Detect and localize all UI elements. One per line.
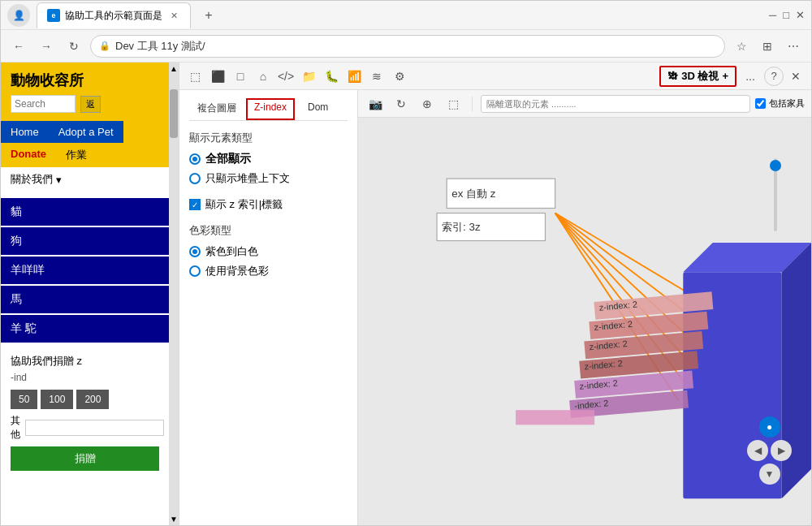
animal-item-sheep[interactable]: 羊咩咩 xyxy=(1,257,169,284)
checkbox-show-labels[interactable]: ✓ 顯示 z 索引|標籤 xyxy=(189,197,348,212)
devtools-right-panel: 📷 ↻ ⊕ ⬚ 包括家具 xyxy=(358,90,811,525)
navigation-controls: ● ◀ ▶ ▼ xyxy=(747,416,792,485)
refresh-btn[interactable]: ↻ xyxy=(63,35,85,58)
radio-group-display: 全部顯示 只顯示堆疊上下文 xyxy=(189,152,348,186)
zoom-indicator: ● xyxy=(759,416,780,438)
isolate-input[interactable] xyxy=(481,95,750,113)
dt-icon-settings2[interactable]: ≋ xyxy=(366,66,387,87)
layers-btn[interactable]: ⬚ xyxy=(443,93,464,114)
settings-btn[interactable]: ⋯ xyxy=(782,35,805,58)
animal-item-cat[interactable]: 貓 xyxy=(1,198,169,226)
refresh-view-btn[interactable]: ↻ xyxy=(391,93,412,114)
include-furniture-check[interactable]: 包括家具 xyxy=(755,97,805,110)
back-btn[interactable]: ← xyxy=(7,35,30,58)
tab-close-btn[interactable]: ✕ xyxy=(167,9,180,22)
3d-canvas-area[interactable]: ex 自動 z 索引: 3z z-index: 2 z-index: 2 z-i… xyxy=(358,118,811,525)
zoom-track xyxy=(774,158,777,231)
site-search: 返 xyxy=(11,95,159,113)
profile-icon[interactable]: 👤 xyxy=(7,4,30,27)
animal-item-dog[interactable]: 狗 xyxy=(1,227,169,255)
radio-stacking-label: 只顯示堆疊上下文 xyxy=(205,171,290,186)
radio-item-all[interactable]: 全部顯示 xyxy=(189,152,348,166)
animal-item-horse[interactable]: 馬 xyxy=(1,286,169,313)
nav-bar: ← → ↻ 🔒 Dev 工具 11y 測試/ ☆ ⊞ ⋯ xyxy=(1,30,811,63)
radio-bg-label: 使用背景色彩 xyxy=(205,264,269,278)
dt-icon-folder[interactable]: 📁 xyxy=(298,66,319,87)
dt-icon-clipboard[interactable]: ⚙ xyxy=(389,66,410,87)
other-label-text: 其他 xyxy=(11,414,20,442)
restore-btn[interactable]: □ xyxy=(783,9,789,21)
nav-right-buttons: ☆ ⊞ ⋯ xyxy=(730,35,805,58)
donate-amounts: 50 100 200 xyxy=(11,390,159,409)
donate-100-btn[interactable]: 100 xyxy=(41,390,73,409)
3d-visualization: ex 自動 z 索引: 3z z-index: 2 z-index: 2 z-i… xyxy=(358,118,811,525)
nav-adopt[interactable]: Adopt a Pet xyxy=(49,121,123,143)
donate-title: 協助我們捐贈 z xyxy=(11,354,159,369)
dt-icon-layers[interactable]: □ xyxy=(230,66,251,87)
pan-down-btn[interactable]: ▼ xyxy=(759,463,780,485)
furniture-label: 包括家具 xyxy=(769,97,805,110)
dt-icon-inspect[interactable]: ⬚ xyxy=(184,66,205,87)
favorites-btn[interactable]: ☆ xyxy=(730,35,753,58)
radio-item-purple[interactable]: 紫色到白色 xyxy=(189,244,348,259)
3d-icon: 🗱 xyxy=(667,70,678,82)
pan-left-btn[interactable]: ◀ xyxy=(747,440,768,461)
submit-donate-btn[interactable]: 捐贈 xyxy=(11,446,159,471)
radio-item-bg[interactable]: 使用背景色彩 xyxy=(189,264,348,278)
tab-dom[interactable]: Dom xyxy=(300,98,336,120)
devtools-3d-title: 🗱 3D 檢視 + xyxy=(659,66,736,87)
other-amount-input[interactable] xyxy=(25,420,164,436)
tab-action-btn[interactable]: ⊞ xyxy=(756,35,779,58)
search-input[interactable] xyxy=(11,95,76,113)
3d-add-btn[interactable]: + xyxy=(722,70,728,82)
zoom-slider[interactable] xyxy=(774,158,777,231)
nav-work[interactable]: 作業 xyxy=(56,143,97,167)
svg-rect-16 xyxy=(516,410,594,425)
screenshot-btn[interactable]: 📷 xyxy=(365,93,386,114)
other-amount-row: 其他 xyxy=(11,414,159,442)
website-scrollbar[interactable]: ▲ ▼ xyxy=(169,63,179,525)
donate-sub: -ind xyxy=(11,372,159,383)
dt-icon-code[interactable]: </> xyxy=(275,66,296,87)
tab-composite[interactable]: 複合圖層 xyxy=(189,98,244,120)
donate-200-btn[interactable]: 200 xyxy=(76,390,109,409)
minimize-btn[interactable]: ─ xyxy=(769,9,776,21)
active-tab[interactable]: e 協助工具的示範頁面是 ✕ xyxy=(37,2,191,28)
browser-window: 👤 e 協助工具的示範頁面是 ✕ + ─ □ ✕ ← → ↻ 🔒 Dev 工具 … xyxy=(0,0,812,526)
close-btn[interactable]: ✕ xyxy=(796,9,805,21)
about-label[interactable]: 關於我們 xyxy=(11,172,53,187)
pan-right-btn[interactable]: ▶ xyxy=(771,440,792,461)
search-btn[interactable]: 返 xyxy=(80,96,101,113)
donate-50-btn[interactable]: 50 xyxy=(11,390,37,409)
radio-item-stacking[interactable]: 只顯示堆疊上下文 xyxy=(189,171,348,186)
address-bar[interactable]: 🔒 Dev 工具 11y 測試/ xyxy=(90,35,725,58)
dt-icon-device[interactable]: ⬛ xyxy=(207,66,228,87)
radio-all-circle xyxy=(189,153,201,165)
forward-btn[interactable]: → xyxy=(35,35,58,58)
scroll-up-btn[interactable]: ▲ xyxy=(170,63,178,73)
target-btn[interactable]: ⊕ xyxy=(417,93,438,114)
nav-home[interactable]: Home xyxy=(1,121,49,143)
content-area: 動物收容所 返 Home Adopt a Pet Donate 作業 xyxy=(1,63,811,525)
nav-donate[interactable]: Donate xyxy=(1,143,56,167)
title-bar: 👤 e 協助工具的示範頁面是 ✕ + ─ □ ✕ xyxy=(1,1,811,30)
furniture-checkbox[interactable] xyxy=(755,98,766,109)
scroll-down-btn[interactable]: ▼ xyxy=(170,515,178,525)
devtools-help-btn[interactable]: ? xyxy=(764,67,784,86)
checkbox-box[interactable]: ✓ xyxy=(189,199,201,210)
devtools-main: 複合圖層 Z-index Dom 顯示元素類型 全部顯示 只顯示堆疊上 xyxy=(179,90,811,525)
dt-icon-debug[interactable]: 🐛 xyxy=(321,66,342,87)
site-nav: Home Adopt a Pet xyxy=(1,121,169,143)
animal-item-camel[interactable]: 羊 駝 xyxy=(1,315,169,343)
zoom-thumb[interactable] xyxy=(770,160,781,171)
devtools-close-btn[interactable]: ✕ xyxy=(785,66,806,87)
new-tab-btn[interactable]: + xyxy=(197,4,220,27)
devtools-more-btn[interactable]: ... xyxy=(738,67,762,86)
scrollbar-thumb[interactable] xyxy=(170,89,178,138)
devtools-container: ⬚ ⬛ □ ⌂ </> 📁 🐛 📶 ≋ ⚙ 🗱 3D 檢視 + xyxy=(179,63,811,525)
section2-title: 色彩類型 xyxy=(189,223,348,238)
tab-zindex[interactable]: Z-index xyxy=(246,98,295,120)
dt-icon-home[interactable]: ⌂ xyxy=(253,66,274,87)
devtools-toolbar: ⬚ ⬛ □ ⌂ </> 📁 🐛 📶 ≋ ⚙ 🗱 3D 檢視 + xyxy=(179,63,811,90)
dt-icon-network[interactable]: 📶 xyxy=(343,66,365,87)
